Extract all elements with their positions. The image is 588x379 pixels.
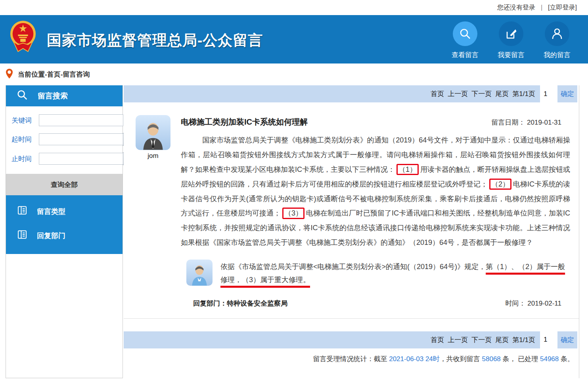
location-pin-icon <box>6 68 13 81</box>
page-prev-link[interactable]: 上一页 <box>448 335 468 344</box>
reply-text: 依据《市场监管总局关于调整<电梯施工类别划分表>的通知(（2019）64号)》规… <box>220 260 570 287</box>
login-link[interactable]: [立即登录] <box>548 4 577 12</box>
page: 您还没有登录 | [立即登录] 国家市场监督管理总局-公众留言 <box>0 0 588 379</box>
stats-date: 2021-06-03 24时 <box>389 355 440 363</box>
stats-mid2: 条， 已处理 <box>501 355 540 363</box>
content: 留言搜索 关键词 起时间 <box>0 85 588 379</box>
sidebar-search-title: 留言搜索 <box>38 91 68 101</box>
reply-meta-row: 回复部门：特种设备安全监察局 时间： 2019-02-11 <box>181 299 572 308</box>
reply-time-value: 2019-02-11 <box>527 300 561 307</box>
nav-post-message[interactable]: 我要留言 <box>498 21 525 60</box>
nav-label: 我的留言 <box>544 50 571 60</box>
message-date-value: 2019-01-31 <box>527 119 561 126</box>
page-next-link[interactable]: 下一页 <box>471 89 492 98</box>
divider <box>124 318 579 319</box>
page-next-link[interactable]: 下一页 <box>471 335 492 344</box>
message-body: 国家市场监管总局关于调整《电梯施工类别划分表》的通知（2019）64号文件，对于… <box>181 133 572 250</box>
header-nav: 查看留言 我要留言 我的留言 <box>452 15 588 60</box>
sidebar-search-form: 关键词 起时间 <box>6 106 123 174</box>
reply-item: 依据《市场监管总局关于调整<电梯施工类别划分表>的通知(（2019）64号)》规… <box>181 260 572 287</box>
stats-received-count: 58068 <box>482 355 501 363</box>
keyword-label: 关键词 <box>11 116 35 125</box>
search-icon <box>453 21 477 46</box>
pagination-bar: 首页 上一页 下一页 尾页 第1/1页 <box>124 331 540 348</box>
sidebar-item-message-type[interactable]: 留言类型 <box>6 199 123 223</box>
stats-line: 留言受理情况统计：截至 2021-06-03 24时，共收到留言 58068 条… <box>124 354 579 364</box>
message-title: 电梯施工类别加装IC卡系统如何理解 <box>181 117 308 127</box>
message-head: 电梯施工类别加装IC卡系统如何理解 留言日期： 2019-01-31 <box>181 115 572 127</box>
highlighted-item-number: （2） <box>489 179 511 190</box>
reply-text-segment: 依据《市场监管总局关于调整<电梯施工类别划分表>的通知(（2019）64号)》规… <box>220 263 486 271</box>
page-first-link[interactable]: 首页 <box>431 89 444 98</box>
message-date-label: 留言日期： <box>491 119 525 126</box>
page-last-link[interactable]: 尾页 <box>495 335 509 344</box>
page-first-link[interactable]: 首页 <box>431 335 444 344</box>
end-date-row: 止时间 <box>11 152 117 165</box>
highlighted-item-number: （3） <box>282 208 305 219</box>
sidebar: 留言搜索 关键词 起时间 <box>6 85 123 378</box>
sidebar-item-label: 回复部门 <box>37 231 65 240</box>
reply-dept-label: 回复部门： <box>193 300 227 307</box>
pagination-bar: 首页 上一页 下一页 尾页 第1/1页 <box>124 85 540 102</box>
stats-suffix: 条。 <box>559 355 574 363</box>
national-emblem-logo <box>10 20 36 54</box>
main-content: 首页 上一页 下一页 尾页 第1/1页 确定 <box>124 85 579 378</box>
list-card-icon <box>17 205 27 217</box>
pagination-bottom: 首页 上一页 下一页 尾页 第1/1页 确定 <box>124 331 579 348</box>
end-date-label: 止时间 <box>11 154 35 164</box>
page-info: 第1/1页 <box>512 89 535 98</box>
page-number-input[interactable] <box>540 85 557 102</box>
start-date-row: 起时间 <box>11 133 117 146</box>
reply-time-label: 时间： <box>506 300 526 307</box>
start-date-input[interactable] <box>39 133 123 145</box>
confirm-button[interactable]: 确定 <box>557 331 577 348</box>
breadcrumb-text: 当前位置-首页-留言咨询 <box>18 70 90 79</box>
reply-avatar <box>186 260 213 286</box>
keyword-input[interactable] <box>39 114 123 126</box>
author-name: jom <box>136 152 170 160</box>
message-body-block: 电梯施工类别加装IC卡系统如何理解 留言日期： 2019-01-31 国家市场监… <box>181 115 572 308</box>
message-item: jom 电梯施工类别加装IC卡系统如何理解 留言日期： 2019-01-31 国… <box>124 102 579 308</box>
stats-mid1: ，共收到留言 <box>440 355 482 363</box>
page-number-input[interactable] <box>540 331 557 348</box>
nav-label: 查看留言 <box>452 50 479 60</box>
start-date-label: 起时间 <box>11 135 35 144</box>
topbar: 您还没有登录 | [立即登录] <box>0 0 588 15</box>
message-author-block: jom <box>136 115 170 308</box>
page-prev-link[interactable]: 上一页 <box>448 89 468 98</box>
brand: 国家市场监督管理总局-公众留言 <box>0 15 263 54</box>
stats-processed-count: 54968 <box>540 355 559 363</box>
nav-view-messages[interactable]: 查看留言 <box>452 21 479 60</box>
pagination-top: 首页 上一页 下一页 尾页 第1/1页 确定 <box>124 85 579 102</box>
query-all-button[interactable]: 查询全部 <box>6 174 123 195</box>
login-status-text: 您还没有登录 <box>497 4 535 12</box>
confirm-button[interactable]: 确定 <box>557 85 577 102</box>
site-header: 国家市场监督管理总局-公众留言 查看留言 我要留言 <box>0 15 588 63</box>
message-date: 留言日期： 2019-01-31 <box>491 118 572 127</box>
user-icon <box>545 21 569 46</box>
end-date-input[interactable] <box>39 153 123 165</box>
sidebar-item-label: 留言类型 <box>37 207 65 216</box>
sidebar-menu: 留言类型 回复部门 <box>6 195 123 254</box>
sidebar-item-reply-dept[interactable]: 回复部门 <box>6 223 123 248</box>
site-title: 国家市场监督管理总局-公众留言 <box>47 31 263 50</box>
nav-label: 我要留言 <box>498 50 525 60</box>
avatar <box>136 115 170 150</box>
page-last-link[interactable]: 尾页 <box>495 89 509 98</box>
sidebar-search-header: 留言搜索 <box>6 85 123 106</box>
breadcrumb: 当前位置-首页-留言咨询 <box>0 63 588 85</box>
compose-icon <box>499 21 523 46</box>
stats-label: 留言受理情况统计：截至 <box>313 355 389 363</box>
page-info: 第1/1页 <box>512 335 535 344</box>
topbar-separator: | <box>541 4 542 11</box>
search-icon <box>16 89 28 103</box>
nav-my-messages[interactable]: 我的留言 <box>544 21 571 60</box>
reply-dept: 回复部门：特种设备安全监察局 <box>193 299 287 308</box>
list-card-icon <box>17 229 27 242</box>
reply-time: 时间： 2019-02-11 <box>506 299 561 308</box>
highlighted-item-number: （1） <box>396 164 419 175</box>
keyword-row: 关键词 <box>11 114 117 126</box>
reply-dept-value: 特种设备安全监察局 <box>227 300 287 307</box>
